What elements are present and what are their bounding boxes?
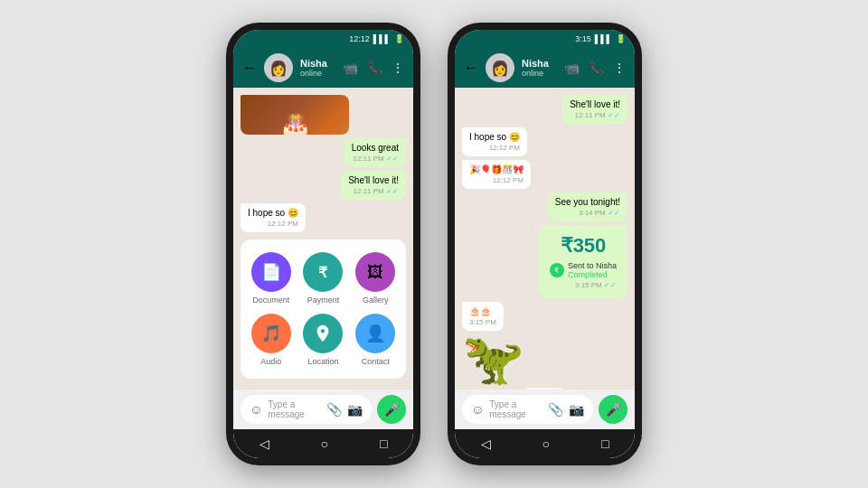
input-bar-1: ☺ Type a message 📎 📷 🎤	[233, 389, 413, 429]
contact-status-2: online	[522, 69, 557, 78]
nav-square-1[interactable]: □	[380, 436, 387, 451]
camera-icon-1[interactable]: 📷	[347, 402, 363, 417]
attach-grid: 📄 Document ₹ Payment 🖼 Gallery 🎵 Audio	[250, 252, 397, 366]
input-placeholder-1: Type a message	[268, 399, 321, 419]
camera-icon-2[interactable]: 📷	[569, 402, 584, 417]
payment-message: ₹350 ₹ Sent to Nisha Completed 3:15 PM ✓…	[539, 225, 627, 298]
attach-icon-2[interactable]: 📎	[548, 402, 563, 417]
payment-amount: ₹350	[550, 234, 617, 258]
contact-icon: 👤	[355, 314, 395, 353]
payment-status: Completed	[568, 270, 617, 279]
chat-header-2: ← 👩 Nisha online 📹 📞 ⋮	[455, 48, 635, 88]
attach-audio[interactable]: 🎵 Audio	[250, 314, 293, 366]
mic-button-2[interactable]: 🎤	[599, 395, 627, 424]
attach-contact[interactable]: 👤 Contact	[354, 314, 397, 366]
video-icon[interactable]: 📹	[343, 61, 358, 75]
emoji-icon-1[interactable]: ☺	[250, 402, 262, 417]
sent-msg-p2-2: See you tonight! 3:14 PM ✓✓	[548, 192, 627, 221]
recv-time-1: 12:12 PM	[248, 220, 298, 228]
document-label: Document	[252, 296, 289, 305]
sent-time-1: 12:11 PM ✓✓	[352, 155, 399, 163]
chat-area-2: She'll love it! 12:11 PM ✓✓ I hope so 😊 …	[455, 88, 635, 389]
battery-2: 🔋	[616, 34, 626, 43]
nav-back-1[interactable]: ◁	[259, 436, 269, 451]
back-icon[interactable]: ←	[242, 60, 257, 76]
nav-home-2[interactable]: ○	[542, 436, 550, 451]
attach-document[interactable]: 📄 Document	[250, 252, 293, 305]
input-bar-2: ☺ Type a message 📎 📷 🎤	[455, 389, 635, 429]
attach-icon-1[interactable]: 📎	[326, 402, 342, 417]
document-icon: 📄	[251, 252, 291, 292]
gallery-label: Gallery	[363, 296, 389, 305]
contact-status-1: online	[300, 69, 335, 78]
recv-msg-p2-1: I hope so 😊 12:12 PM	[462, 127, 527, 156]
mic-button-1[interactable]: 🎤	[377, 395, 406, 424]
sent-msg-1: Looks great 12:11 PM ✓✓	[344, 138, 406, 167]
phone-1-screen: 12:12 ▌▌▌ 🔋 ← 👩 Nisha online 📹 📞 ⋮	[233, 30, 413, 458]
payment-details: ₹ Sent to Nisha Completed	[550, 261, 617, 279]
contact-name-2: Nisha	[522, 58, 557, 69]
recv-msg-1: I hope so 😊 12:12 PM	[241, 203, 306, 232]
audio-icon: 🎵	[251, 314, 291, 353]
nav-back-2[interactable]: ◁	[481, 436, 491, 451]
call-icon-2[interactable]: 📞	[589, 61, 604, 75]
recv-emoji-msg: 🎂🎂 3:15 PM	[462, 302, 504, 331]
more-icon[interactable]: ⋮	[392, 61, 404, 75]
payment-time: 3:15 PM ✓✓	[550, 281, 617, 289]
video-icon-2[interactable]: 📹	[564, 61, 580, 75]
phone-1: 12:12 ▌▌▌ 🔋 ← 👩 Nisha online 📹 📞 ⋮	[226, 23, 420, 465]
nav-home-1[interactable]: ○	[321, 436, 328, 451]
attach-gallery[interactable]: 🖼 Gallery	[354, 252, 397, 305]
contact-label: Contact	[362, 357, 390, 366]
gallery-icon: 🖼	[355, 252, 395, 292]
image-message: Got aunty's cake! 12:10 PM	[241, 95, 349, 135]
header-icons-1: 📹 📞 ⋮	[343, 61, 404, 75]
nav-square-2[interactable]: □	[601, 436, 609, 451]
chat-area-1: Got aunty's cake! 12:10 PM Looks great 1…	[233, 88, 413, 389]
time: 12:12	[349, 34, 370, 43]
cake-image	[241, 95, 349, 135]
input-placeholder-2: Type a message	[489, 399, 542, 419]
sent-msg-2: She'll love it! 12:11 PM ✓✓	[341, 171, 406, 200]
message-input-2[interactable]: ☺ Type a message 📎 📷	[462, 395, 593, 424]
status-bar-2: 3:15 ▌▌▌ 🔋	[455, 30, 635, 48]
time-2: 3:15	[575, 34, 591, 43]
battery: 🔋	[394, 34, 404, 43]
sent-msg-p2-1: She'll love it! 12:11 PM ✓✓	[562, 95, 627, 124]
more-icon-2[interactable]: ⋮	[613, 61, 626, 75]
chat-header-1: ← 👩 Nisha online 📹 📞 ⋮	[233, 48, 413, 88]
contact-name-1: Nisha	[300, 58, 335, 69]
signal-2: ▌▌▌	[595, 34, 612, 43]
avatar-2: 👩	[486, 53, 514, 82]
back-icon-2[interactable]: ←	[464, 60, 478, 76]
contact-info-2: Nisha online	[522, 58, 557, 78]
audio-label: Audio	[260, 357, 281, 366]
emoji-icon-2[interactable]: ☺	[471, 402, 484, 417]
phone-2: 3:15 ▌▌▌ 🔋 ← 👩 Nisha online 📹 📞 ⋮ She'll…	[448, 23, 642, 465]
contact-info-1: Nisha online	[300, 58, 335, 78]
recv-msg-p2-2: 🎉🎈🎁🎊🎀 12:12 PM	[462, 160, 531, 189]
payment-label: Payment	[307, 296, 340, 305]
phone-2-screen: 3:15 ▌▌▌ 🔋 ← 👩 Nisha online 📹 📞 ⋮ She'll…	[455, 30, 635, 458]
call-icon[interactable]: 📞	[367, 61, 382, 75]
payment-gpay-icon: ₹	[550, 263, 564, 277]
nav-bar-2: ◁ ○ □	[455, 429, 635, 458]
location-label: Location	[307, 357, 338, 366]
sent-time-2: 12:11 PM ✓✓	[348, 187, 399, 195]
status-bar-1: 12:12 ▌▌▌ 🔋	[233, 30, 413, 48]
attach-payment[interactable]: ₹ Payment	[302, 252, 345, 305]
header-icons-2: 📹 📞 ⋮	[564, 61, 626, 75]
avatar-1: 👩	[264, 53, 293, 82]
sticker-dinosaur: 🦖	[462, 334, 524, 384]
attachment-menu: 📄 Document ₹ Payment 🖼 Gallery 🎵 Audio	[241, 239, 406, 379]
payment-icon-btn: ₹	[303, 252, 343, 292]
payment-recipient: Sent to Nisha	[568, 261, 617, 270]
message-input-1[interactable]: ☺ Type a message 📎 📷	[241, 395, 372, 424]
signal: ▌▌▌	[373, 34, 391, 43]
nav-bar-1: ◁ ○ □	[233, 429, 413, 458]
location-icon	[303, 314, 343, 353]
attach-location[interactable]: Location	[302, 314, 345, 366]
